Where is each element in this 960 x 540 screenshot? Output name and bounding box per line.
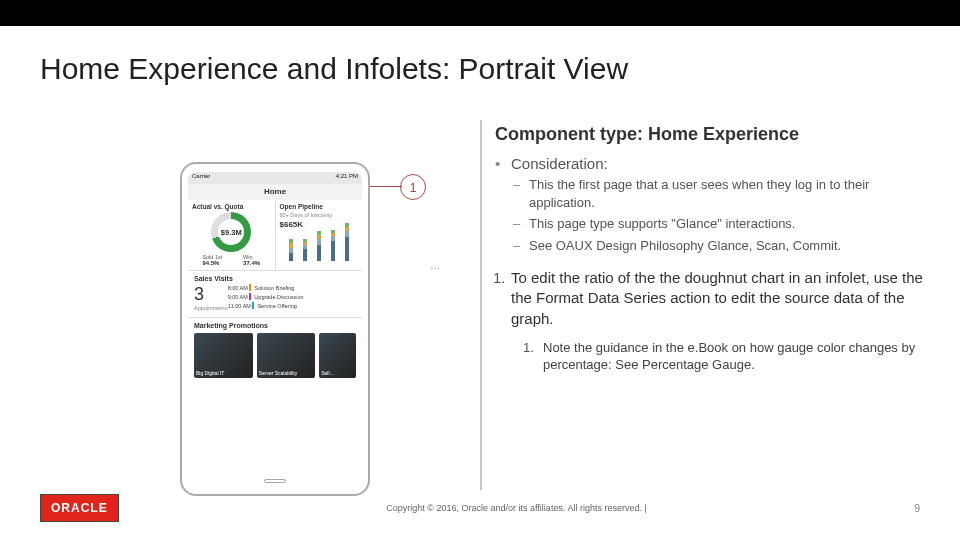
callout-number: 1 [409,180,416,195]
phone-home-header: Home [188,184,362,200]
right-column: Component type: Home Experience Consider… [495,124,936,374]
sales-line-1: 8:00 AM Solution Briefing [228,284,304,293]
phone-screen: Carrier 4:21 PM Home Actual vs. Quota $9… [188,172,362,466]
phone-home-indicator [264,479,286,483]
consideration-dash-2: This page type supports "Glance" interac… [529,215,936,233]
sales-sub: Appointments [194,305,228,311]
infolet-actual-vs-quota[interactable]: Actual vs. Quota $9.3M Sold 1st94.5% Win… [188,200,275,270]
sales-line-2: 9:00 AM Upgrade Discussion [228,293,304,302]
callout-side-label: … [430,260,440,271]
infolet-marketing[interactable]: Marketing Promotions Big Digital IT Serv… [188,318,362,382]
slide-footer: ORACLE Copyright © 2016, Oracle and/or i… [40,494,920,522]
component-type-heading: Component type: Home Experience [495,124,936,145]
numbered-step-1: To edit the ratio of the the doughnut ch… [511,268,936,329]
infolet2-title: Open Pipeline [280,203,359,210]
infolet1-footer: Sold 1st94.5% Win37.4% [192,254,271,266]
status-time: 4:21 PM [336,173,358,183]
copyright-text: Copyright © 2016, Oracle and/or its affi… [386,503,646,513]
phone-frame: Carrier 4:21 PM Home Actual vs. Quota $9… [180,162,370,496]
marketing-title: Marketing Promotions [194,322,356,329]
sales-bignum: 3 [194,284,222,305]
promo-tile-3[interactable]: Sell… [319,333,356,378]
donut-chart: $9.3M [211,212,251,252]
consideration-bullet: Consideration: [511,155,936,172]
infolet-open-pipeline[interactable]: Open Pipeline 60+ Days of Inactivity $66… [275,200,363,270]
infolet2-subtitle: 60+ Days of Inactivity [280,212,359,218]
vertical-divider [480,120,482,490]
slide: Home Experience and Infolets: Portrait V… [0,0,960,540]
slide-title: Home Experience and Infolets: Portrait V… [40,52,628,86]
infolet-row: Actual vs. Quota $9.3M Sold 1st94.5% Win… [188,200,362,271]
sales-title: Sales Visits [194,275,356,282]
status-carrier: Carrier [192,173,210,183]
consideration-dash-1: This the first page that a user sees whe… [529,176,936,211]
promo-row: Big Digital IT Server Scalability Sell… [194,333,356,378]
slide-topbar [0,0,960,26]
callout-circle-1: 1 [400,174,426,200]
promo-tile-2[interactable]: Server Scalability [257,333,316,378]
page-number: 9 [914,503,920,514]
oracle-logo: ORACLE [40,494,119,522]
sales-line-3: 11:00 AM Service Offering [228,302,304,311]
donut-value: $9.3M [221,228,242,237]
infolet1-right-pct: 37.4% [243,260,260,266]
phone-status-bar: Carrier 4:21 PM [188,172,362,184]
sales-lines: 8:00 AM Solution Briefing 9:00 AM Upgrad… [228,284,304,310]
infolet1-left-pct: 94.5% [202,260,222,266]
numbered-substep-1: Note the guidance in the e.Book on how g… [543,339,936,374]
infolet1-title: Actual vs. Quota [192,203,271,210]
stacked-bar-chart [284,231,355,261]
infolet-sales-visits[interactable]: Sales Visits 3 Appointments 8:00 AM Solu… [188,271,362,318]
promo-tile-1[interactable]: Big Digital IT [194,333,253,378]
consideration-dash-3: See OAUX Design Philosophy Glance, Scan,… [529,237,936,255]
